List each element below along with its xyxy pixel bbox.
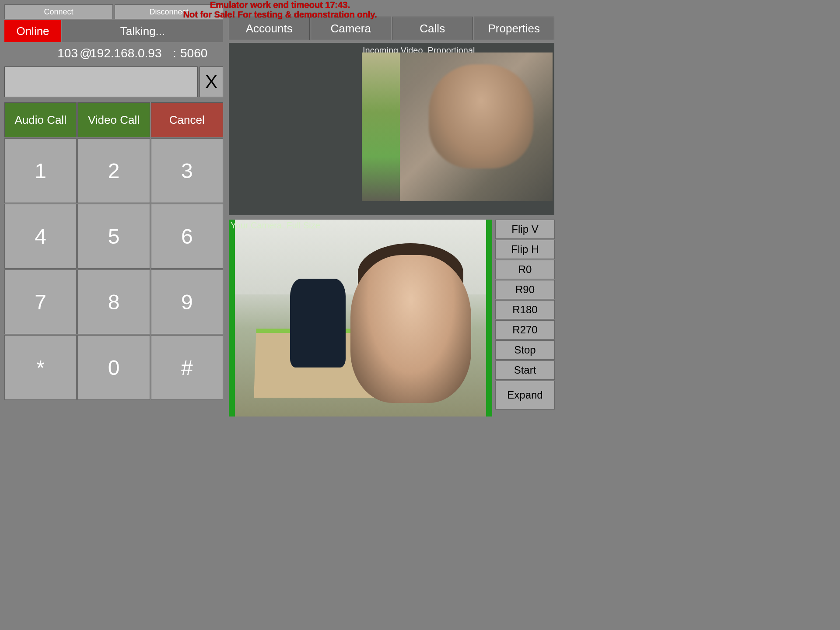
flip-h-button[interactable]: Flip H (495, 240, 555, 259)
local-greenbar-left (229, 220, 235, 416)
keypad-1[interactable]: 1 (4, 138, 77, 203)
local-caption: Your Camera. Full Size (231, 220, 320, 231)
right-tabs: Accounts Camera Calls Properties (229, 17, 554, 40)
keypad-3[interactable]: 3 (151, 138, 223, 203)
local-camera-area: Your Camera. Full Size (229, 220, 492, 416)
left-panel: Connect Disconnect Online Talking... 103… (4, 4, 223, 400)
video-call-button[interactable]: Video Call (77, 102, 150, 137)
keypad-2[interactable]: 2 (77, 138, 150, 203)
start-button[interactable]: Start (495, 360, 555, 380)
local-greenbar-right (486, 220, 492, 416)
rotate-90-button[interactable]: R90 (495, 280, 555, 299)
keypad-5[interactable]: 5 (77, 204, 150, 269)
rotate-0-button[interactable]: R0 (495, 260, 555, 279)
dial-clear-button[interactable]: X (200, 66, 223, 97)
local-video[interactable] (235, 220, 486, 416)
connection-row: Connect Disconnect (4, 4, 223, 19)
audio-call-button[interactable]: Audio Call (4, 102, 77, 137)
rotate-270-button[interactable]: R270 (495, 320, 555, 340)
dial-input-row: X (4, 66, 223, 97)
stop-button[interactable]: Stop (495, 340, 555, 360)
sip-host[interactable]: 192.168.0.93 (88, 46, 172, 60)
camera-controls: Flip V Flip H R0 R90 R180 R270 Stop Star… (495, 220, 555, 410)
keypad-hash[interactable]: # (151, 335, 223, 400)
keypad-7[interactable]: 7 (4, 270, 77, 334)
cancel-button[interactable]: Cancel (151, 102, 223, 137)
keypad-4[interactable]: 4 (4, 204, 77, 269)
rotate-180-button[interactable]: R180 (495, 300, 555, 319)
local-bg-person (290, 279, 345, 368)
flip-v-button[interactable]: Flip V (495, 220, 555, 239)
warning-timeout: Emulator work end timeout 17:43. (210, 0, 350, 10)
keypad: 1 2 3 4 5 6 7 8 9 * 0 # (4, 138, 223, 400)
call-row: Audio Call Video Call Cancel (4, 102, 223, 137)
keypad-8[interactable]: 8 (77, 270, 150, 334)
sip-address-row: 103 @ 192.168.0.93 : 5060 (4, 43, 223, 64)
keypad-6[interactable]: 6 (151, 204, 223, 269)
app-root: Emulator work end timeout 17:43. Not for… (0, 0, 560, 420)
tab-calls[interactable]: Calls (392, 17, 473, 40)
status-row: Online Talking... (4, 20, 223, 42)
disconnect-button[interactable]: Disconnect (115, 4, 223, 19)
sip-user[interactable]: 103 (4, 46, 80, 60)
status-talking: Talking... (62, 20, 223, 42)
keypad-9[interactable]: 9 (151, 270, 223, 334)
connect-button[interactable]: Connect (4, 4, 113, 19)
sip-colon: : (172, 46, 178, 60)
tab-camera[interactable]: Camera (311, 17, 392, 40)
tab-properties[interactable]: Properties (474, 17, 555, 40)
incoming-face-placeholder (429, 64, 534, 168)
incoming-video[interactable] (362, 52, 553, 201)
local-face-placeholder (350, 255, 471, 403)
status-online: Online (4, 20, 61, 42)
sip-at: @ (80, 46, 88, 60)
keypad-0[interactable]: 0 (77, 335, 150, 400)
keypad-star[interactable]: * (4, 335, 77, 400)
tab-accounts[interactable]: Accounts (229, 17, 310, 40)
sip-port[interactable]: 5060 (178, 46, 213, 60)
expand-button[interactable]: Expand (495, 381, 555, 410)
incoming-video-area: Incoming Video. Proportional (229, 43, 554, 215)
dial-input[interactable] (4, 66, 198, 97)
